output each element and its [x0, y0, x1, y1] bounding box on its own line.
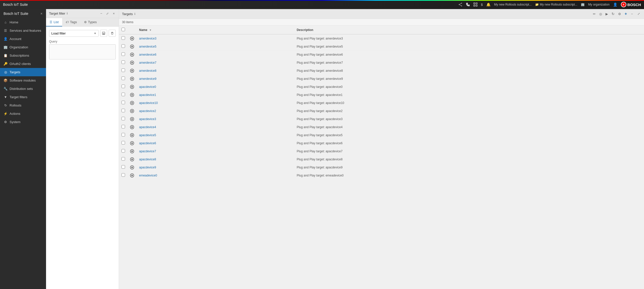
filter-maximize-icon[interactable]: ⤢ [105, 11, 110, 16]
row-checkbox-13[interactable] [122, 141, 125, 144]
table-row[interactable]: amerdevice7 Plug and Play target: amerde… [119, 59, 644, 67]
target-select-button[interactable]: ◎ [599, 12, 602, 16]
row-checkbox-16[interactable] [122, 165, 125, 169]
row-name-cell[interactable]: apacdevice2 [137, 107, 294, 115]
row-description-cell: Plug and Play target: apacdevice3 [294, 115, 644, 123]
row-name-cell[interactable]: amerdevice9 [137, 75, 294, 83]
save-filter-button[interactable] [100, 30, 107, 37]
row-checkbox-12[interactable] [122, 133, 125, 136]
row-name-cell[interactable]: apacdevice7 [137, 147, 294, 155]
table-row[interactable]: emeadevice0 Plug and Play target: emeade… [119, 171, 644, 179]
sidebar-item-system[interactable]: ⚙ System [0, 118, 46, 126]
row-name-cell[interactable]: amerdevice5 [137, 43, 294, 51]
row-checkbox-15[interactable] [122, 157, 125, 161]
sidebar-item-actions[interactable]: ⚡ Actions [0, 110, 46, 118]
row-checkbox-11[interactable] [122, 125, 125, 128]
filter-info-icon[interactable]: ℹ [67, 12, 68, 15]
tab-tags[interactable]: 🏷 Tags [62, 18, 80, 26]
row-checkbox-8[interactable] [122, 101, 125, 104]
row-checkbox-17[interactable] [122, 173, 125, 177]
add-button[interactable]: + [624, 11, 627, 17]
play-button[interactable]: ▶ [605, 12, 609, 16]
sidebar-item-target-filters[interactable]: ▼ Target filters [0, 93, 46, 101]
row-checkbox-2[interactable] [122, 52, 125, 56]
table-row[interactable]: amerdevice8 Plug and Play target: amerde… [119, 67, 644, 75]
row-checkbox-5[interactable] [122, 77, 125, 80]
row-checkbox-7[interactable] [122, 93, 125, 96]
edit-target-button[interactable]: ✏ [592, 12, 596, 16]
row-name-cell[interactable]: apacdevice1 [137, 91, 294, 99]
settings-button[interactable]: ⚙ [618, 12, 622, 16]
sidebar-item-oauth2[interactable]: 🔑 OAuth2 clients [0, 60, 46, 68]
delete-filter-button[interactable] [109, 30, 116, 37]
sidebar-item-home[interactable]: ⌂ Home [0, 18, 46, 26]
targets-info-icon[interactable]: ℹ [134, 12, 135, 16]
table-row[interactable]: apacdevice9 Plug and Play target: apacde… [119, 163, 644, 171]
minimize-targets-icon[interactable]: − [630, 12, 634, 16]
table-row[interactable]: apacdevice10 Plug and Play target: apacd… [119, 99, 644, 107]
row-checkbox-6[interactable] [122, 85, 125, 88]
sidebar-close-icon[interactable]: × [41, 12, 43, 16]
th-name[interactable]: Name ▼ [137, 26, 294, 34]
refresh-button[interactable]: ↻ [611, 11, 615, 16]
share-icon[interactable] [458, 3, 462, 7]
sidebar-item-services[interactable]: ☰ Services and features [0, 26, 46, 35]
row-name-cell[interactable]: amerdevice8 [137, 67, 294, 75]
row-name-cell[interactable]: apacdevice0 [137, 83, 294, 91]
table-row[interactable]: apacdevice0 Plug and Play target: apacde… [119, 83, 644, 91]
row-name-cell[interactable]: apacdevice4 [137, 123, 294, 131]
table-row[interactable]: apacdevice8 Plug and Play target: apacde… [119, 155, 644, 163]
sidebar-item-organization[interactable]: 🏢 Organization [0, 43, 46, 51]
row-name-cell[interactable]: apacdevice10 [137, 99, 294, 107]
maximize-targets-icon[interactable]: ⤢ [636, 12, 641, 16]
query-textarea[interactable] [49, 44, 116, 59]
load-filter-dropdown[interactable]: Load filter ▼ [49, 30, 99, 37]
sidebar-item-rollouts[interactable]: ↻ Rollouts [0, 101, 46, 110]
row-name-cell[interactable]: emeadevice0 [137, 171, 294, 179]
table-row[interactable]: amerdevice5 Plug and Play target: amerde… [119, 43, 644, 51]
row-checkbox-cell [119, 155, 128, 163]
row-checkbox-14[interactable] [122, 149, 125, 153]
filter-close-icon[interactable]: × [112, 11, 116, 16]
table-row[interactable]: apacdevice4 Plug and Play target: apacde… [119, 123, 644, 131]
row-checkbox-1[interactable] [122, 44, 125, 48]
table-row[interactable]: amerdevice9 Plug and Play target: amerde… [119, 75, 644, 83]
row-checkbox-0[interactable] [122, 36, 125, 40]
row-checkbox-9[interactable] [122, 109, 125, 112]
phone-icon[interactable] [466, 3, 470, 7]
row-name-cell[interactable]: apacdevice8 [137, 155, 294, 163]
row-checkbox-3[interactable] [122, 60, 125, 64]
row-name-cell[interactable]: apacdevice6 [137, 139, 294, 147]
row-name-cell[interactable]: apacdevice9 [137, 163, 294, 171]
sidebar-item-distribution[interactable]: 🔧 Distribution sets [0, 85, 46, 93]
table-row[interactable]: apacdevice2 Plug and Play target: apacde… [119, 107, 644, 115]
row-name-cell[interactable]: apacdevice5 [137, 131, 294, 139]
table-row[interactable]: amerdevice6 Plug and Play target: amerde… [119, 51, 644, 59]
tab-list[interactable]: ☰ List [46, 18, 62, 26]
org-icon[interactable]: 🏢 [581, 3, 585, 6]
row-name-cell[interactable]: apacdevice3 [137, 115, 294, 123]
row-checkbox-10[interactable] [122, 117, 125, 120]
tab-types[interactable]: ⚙ Types [80, 18, 100, 26]
notification-icon[interactable]: 🔔 [486, 3, 491, 7]
table-row[interactable]: apacdevice6 Plug and Play target: apacde… [119, 139, 644, 147]
sidebar-item-subscriptions[interactable]: 📋 Subscriptions [0, 51, 46, 60]
billing-icon[interactable]: $ [481, 3, 483, 7]
table-row[interactable]: amerdevice3 Plug and Play target: amerde… [119, 34, 644, 43]
table-row[interactable]: apacdevice5 Plug and Play target: apacde… [119, 131, 644, 139]
table-row[interactable]: apacdevice7 Plug and Play target: apacde… [119, 147, 644, 155]
user-icon[interactable]: 👤 [613, 3, 617, 7]
row-checkbox-4[interactable] [122, 68, 125, 72]
grid-icon[interactable] [473, 3, 477, 7]
select-all-checkbox[interactable] [122, 28, 125, 31]
table-row[interactable]: apacdevice1 Plug and Play target: apacde… [119, 91, 644, 99]
filter-minimize-icon[interactable]: − [99, 11, 103, 16]
row-name-cell[interactable]: amerdevice6 [137, 51, 294, 59]
row-name-cell[interactable]: amerdevice7 [137, 59, 294, 67]
sidebar-item-software[interactable]: 📦 Software modules [0, 76, 46, 85]
sidebar-item-targets[interactable]: ◎ Targets [0, 68, 46, 76]
sidebar-item-account[interactable]: 👤 Account [0, 35, 46, 43]
row-name-cell[interactable]: amerdevice3 [137, 34, 294, 43]
table-row[interactable]: apacdevice3 Plug and Play target: apacde… [119, 115, 644, 123]
subscription-label[interactable]: My new Rollouts subscript... [494, 3, 532, 6]
